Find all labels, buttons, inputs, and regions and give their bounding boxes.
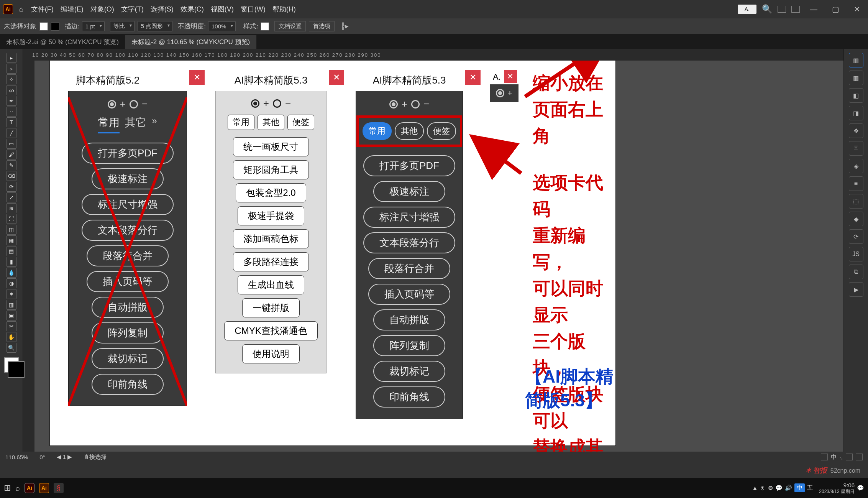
panel-c-btn-6[interactable]: 自动拼版 (373, 309, 445, 330)
search-icon[interactable]: 🔍 (762, 4, 772, 14)
ime-lang[interactable]: 中 (831, 454, 837, 461)
stroke-weight[interactable]: 1 pt (82, 21, 105, 31)
minimize-button[interactable]: — (805, 3, 822, 15)
opacity-value[interactable]: 100% (208, 21, 236, 31)
panel-c-tab-2[interactable]: 其他 (395, 122, 424, 140)
tray-date[interactable]: 2023/8/13 星期日 (819, 489, 855, 494)
tray-notification-icon[interactable]: 💬 (857, 485, 864, 491)
panel-b-btn-4[interactable]: 添加画稿色标 (233, 229, 309, 248)
eraser-tool[interactable]: ⌫ (7, 171, 16, 181)
rotate-0-icon[interactable]: 0° (39, 454, 45, 460)
panel-b-tab-1[interactable]: 常用 (228, 115, 254, 130)
menu-object[interactable]: 对象(O) (89, 4, 116, 15)
panel-icon-13[interactable]: ▶ (849, 282, 863, 297)
tray-ime[interactable]: 中 (794, 483, 805, 492)
curvature-tool[interactable]: 〰 (7, 107, 16, 117)
wand-tool[interactable]: ✧ (7, 74, 16, 84)
panel-b-btn-9[interactable]: 使用说明 (242, 344, 300, 363)
panel-c-radio[interactable]: + − (389, 98, 429, 110)
menu-file[interactable]: 文件(F) (30, 4, 55, 15)
panel-a-btn-9[interactable]: 印前角线 (92, 374, 164, 395)
slice-tool[interactable]: ✂ (7, 321, 16, 331)
gradient-tool[interactable]: ▮ (7, 257, 16, 267)
artboard-zone[interactable]: 脚本精简版5.2 ✕ + − 常用 其它 » (34, 61, 843, 452)
panel-b-tab-2[interactable]: 其他 (258, 115, 284, 130)
panel-icon-5[interactable]: Ξ (849, 141, 863, 156)
ime-icon-3[interactable] (856, 454, 863, 460)
eyedropper-tool[interactable]: 💧 (7, 268, 16, 278)
panel-c-btn-0[interactable]: 打开多页PDF (363, 155, 455, 176)
selection-tool[interactable]: ▸ (7, 53, 16, 63)
fill-stroke-colors[interactable] (4, 357, 19, 373)
panel-c-tab-3[interactable]: 便签 (427, 122, 456, 140)
panel-a-radio[interactable]: + − (108, 98, 148, 110)
panel-a-btn-0[interactable]: 打开多页PDF (82, 143, 174, 164)
panel-icon-1[interactable]: ▦ (849, 71, 863, 85)
properties-panel-icon[interactable]: ▥ (849, 53, 863, 67)
menu-help[interactable]: 帮助(H) (271, 4, 297, 15)
panel-b-btn-6[interactable]: 生成出血线 (238, 275, 304, 294)
panel-icon-7[interactable]: ≡ (849, 176, 863, 191)
panel-icon-4[interactable]: ❖ (849, 123, 863, 138)
hand-tool[interactable]: ✋ (7, 332, 16, 342)
close-button[interactable]: ✕ (849, 3, 865, 15)
task-app-3[interactable]: § (54, 483, 64, 493)
panel-c-btn-1[interactable]: 极速标注 (373, 181, 445, 202)
panel-icon-12[interactable]: ⧉ (849, 265, 863, 279)
panel-c-btn-3[interactable]: 文本段落分行 (363, 232, 455, 253)
panel-b-btn-1[interactable]: 矩形圆角工具 (233, 160, 309, 179)
menu-type[interactable]: 文字(T) (120, 4, 145, 15)
artboard-tool[interactable]: ▣ (7, 311, 16, 320)
menu-select[interactable]: 选择(S) (149, 4, 175, 15)
panel-icon-2[interactable]: ◧ (849, 88, 863, 103)
start-button[interactable]: ⊞ (4, 483, 11, 493)
line-tool[interactable]: ╱ (7, 128, 16, 138)
panel-a-btn-4[interactable]: 段落行合并 (87, 245, 169, 266)
tray-icon-2[interactable]: ⛨ (760, 485, 766, 491)
ime-icon-1[interactable] (821, 454, 828, 460)
task-app-2[interactable]: Ai (39, 483, 49, 493)
menu-effect[interactable]: 效果(C) (179, 4, 205, 15)
doc-tab-1[interactable]: 未标题-2.ai @ 50 % (CMYK/CPU 预览) (0, 35, 125, 49)
panel-c-btn-5[interactable]: 插入页码等 (368, 284, 450, 305)
direct-select-tool[interactable]: ▹ (7, 64, 16, 74)
style-swatch[interactable] (261, 22, 269, 31)
corner-dropdown[interactable]: 5 点圆形 (138, 21, 173, 31)
panel-b-radio[interactable]: + − (251, 97, 291, 109)
graph-tool[interactable]: ▥ (7, 300, 16, 310)
tray-lang-icon[interactable]: 五 (807, 484, 813, 491)
panel-icon-3[interactable]: ◨ (849, 106, 863, 120)
panel-a-tab-1[interactable]: 常用 (98, 115, 120, 133)
panel-c-btn-7[interactable]: 阵列复制 (373, 335, 445, 356)
stroke-swatch[interactable] (51, 22, 59, 31)
panel-icon-10[interactable]: ⟳ (849, 229, 863, 244)
tray-volume-icon[interactable]: 🔊 (785, 485, 792, 491)
tray-icon-1[interactable]: ▲ (752, 485, 758, 491)
panel-a-btn-8[interactable]: 裁切标记 (92, 348, 164, 369)
zoom-level[interactable]: 110.65% (5, 454, 28, 460)
task-app-1[interactable]: Ai (25, 483, 34, 493)
workspace-icon-2[interactable] (791, 6, 800, 13)
rotate-tool[interactable]: ⟳ (7, 182, 16, 192)
panel-c-close[interactable]: ✕ (465, 70, 481, 85)
panel-icon-8[interactable]: ⬚ (849, 194, 863, 209)
scale-tool[interactable]: ⤢ (7, 192, 16, 202)
chevron-right-icon[interactable]: » (152, 115, 157, 133)
ime-punct-icon[interactable]: ·, (840, 454, 843, 460)
zoom-tool[interactable]: 🔍 (7, 343, 16, 353)
symbol-sprayer-tool[interactable]: ✶ (7, 289, 16, 299)
panel-b-btn-8[interactable]: CMYK查找潘通色 (224, 321, 317, 340)
menu-window[interactable]: 窗口(W) (239, 4, 267, 15)
search-button[interactable]: ⌕ (15, 484, 20, 493)
uniform-dropdown[interactable]: 等比 (110, 21, 135, 31)
panel-icon-6[interactable]: ◈ (849, 159, 863, 173)
tray-time[interactable]: 9:06 (819, 482, 855, 489)
doc-tab-2[interactable]: 未标题-2 @ 110.65 % (CMYK/CPU 预览) (125, 35, 256, 49)
panel-icon-9[interactable]: ◆ (849, 212, 863, 226)
panel-mini-close[interactable]: ✕ (504, 70, 517, 83)
artboard-nav[interactable]: ◀ 1 ▶ (57, 454, 72, 460)
menu-view[interactable]: 视图(V) (209, 4, 235, 15)
lasso-tool[interactable]: ᔕ (7, 85, 16, 95)
blend-tool[interactable]: ◑ (7, 278, 16, 288)
fill-swatch[interactable] (39, 22, 48, 31)
